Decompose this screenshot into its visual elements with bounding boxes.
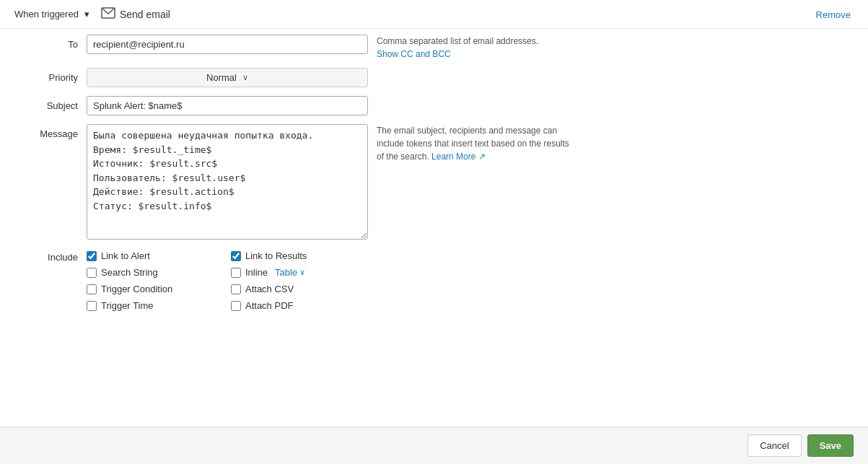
priority-label: Priority bbox=[14, 68, 87, 83]
trigger-time-label: Trigger Time bbox=[101, 300, 153, 311]
priority-chevron: ∨ bbox=[242, 73, 248, 82]
priority-control-wrapper: Normal ∨ bbox=[87, 68, 368, 87]
attach-csv-label: Attach CSV bbox=[245, 284, 294, 294]
subject-label: Subject bbox=[14, 96, 87, 111]
message-label: Message bbox=[14, 124, 87, 139]
table-dropdown-button[interactable]: Table ∨ bbox=[275, 267, 305, 278]
attach-pdf-label: Attach PDF bbox=[245, 300, 293, 311]
subject-row: Subject bbox=[14, 96, 854, 115]
attach-csv-item[interactable]: Attach CSV bbox=[231, 284, 390, 294]
link-to-results-label: Link to Results bbox=[245, 250, 307, 261]
trigger-dropdown[interactable]: ▾ bbox=[84, 9, 89, 19]
when-triggered-label: When triggered bbox=[14, 9, 79, 19]
message-row: Message Была совершена неудачная попытка… bbox=[14, 124, 854, 242]
to-label: To bbox=[14, 35, 87, 50]
subject-input[interactable] bbox=[87, 96, 368, 115]
to-row: To Comma separated list of email address… bbox=[14, 35, 854, 59]
email-icon bbox=[101, 7, 115, 21]
link-to-alert-item[interactable]: Link to Alert bbox=[87, 250, 231, 261]
link-to-results-item[interactable]: Link to Results bbox=[231, 250, 390, 261]
trigger-condition-item[interactable]: Trigger Condition bbox=[87, 284, 231, 294]
inline-label: Inline bbox=[245, 267, 268, 278]
link-to-alert-checkbox[interactable] bbox=[87, 251, 97, 261]
cancel-button[interactable]: Cancel bbox=[748, 434, 801, 457]
send-email-text: Send email bbox=[120, 9, 170, 20]
attach-pdf-item[interactable]: Attach PDF bbox=[231, 300, 390, 311]
priority-value: Normal bbox=[206, 72, 237, 83]
trigger-time-checkbox[interactable] bbox=[87, 301, 97, 311]
inline-item: Inline Table ∨ bbox=[231, 267, 390, 278]
include-row: Include Link to Alert Link to Results bbox=[14, 250, 854, 311]
trigger-time-item[interactable]: Trigger Time bbox=[87, 300, 231, 311]
table-chevron: ∨ bbox=[299, 268, 305, 277]
bottom-bar: Cancel Save bbox=[0, 426, 868, 464]
show-cc-bcc-link[interactable]: Show CC and BCC bbox=[377, 49, 570, 59]
to-hint-text: Comma separated list of email addresses. bbox=[377, 36, 538, 46]
learn-more-link[interactable]: Learn More ↗ bbox=[431, 152, 486, 162]
send-email-label: Send email bbox=[101, 7, 170, 21]
message-textarea[interactable]: Была совершена неудачная попытка входа. … bbox=[87, 124, 368, 240]
trigger-chevron: ▾ bbox=[84, 9, 89, 19]
search-string-checkbox[interactable] bbox=[87, 268, 97, 278]
link-to-results-checkbox[interactable] bbox=[231, 251, 241, 261]
link-to-alert-label: Link to Alert bbox=[101, 250, 150, 261]
to-input-wrapper bbox=[87, 35, 368, 54]
table-label: Table bbox=[275, 267, 297, 278]
trigger-row: When triggered ▾ Send email Remove bbox=[0, 0, 868, 29]
inline-checkbox[interactable] bbox=[231, 268, 241, 278]
priority-dropdown-button[interactable]: Normal ∨ bbox=[87, 68, 368, 87]
checkboxes-grid: Link to Alert Link to Results Search Str… bbox=[87, 250, 390, 311]
attach-pdf-checkbox[interactable] bbox=[231, 301, 241, 311]
attach-csv-checkbox[interactable] bbox=[231, 284, 241, 294]
to-input[interactable] bbox=[87, 35, 368, 54]
message-hint: The email subject, recipients and messag… bbox=[368, 124, 570, 163]
to-hint: Comma separated list of email addresses.… bbox=[368, 35, 570, 59]
message-textarea-wrapper: Была совершена неудачная попытка входа. … bbox=[87, 124, 368, 242]
save-button[interactable]: Save bbox=[807, 434, 854, 457]
subject-input-wrapper bbox=[87, 96, 368, 115]
include-label: Include bbox=[14, 250, 87, 263]
trigger-condition-checkbox[interactable] bbox=[87, 284, 97, 294]
search-string-item[interactable]: Search String bbox=[87, 267, 231, 278]
remove-button[interactable]: Remove bbox=[816, 9, 851, 19]
priority-row: Priority Normal ∨ bbox=[14, 68, 854, 87]
trigger-condition-label: Trigger Condition bbox=[101, 284, 172, 294]
form-section: To Comma separated list of email address… bbox=[0, 29, 868, 320]
search-string-label: Search String bbox=[101, 267, 158, 278]
